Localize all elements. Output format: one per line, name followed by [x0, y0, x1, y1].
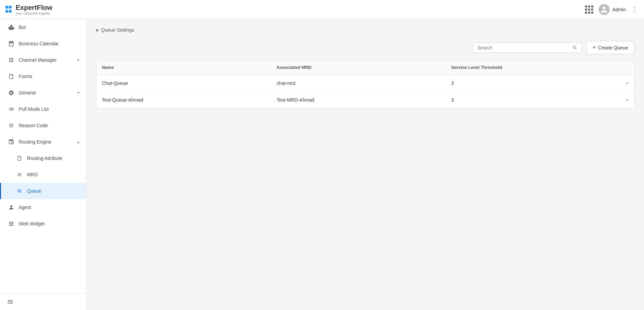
cell-name-0: Chat-Queue [96, 75, 271, 91]
create-queue-label: Create Queue [598, 45, 628, 50]
routing-attr-icon [16, 155, 23, 162]
avatar [599, 4, 610, 15]
bot-icon [8, 24, 15, 31]
routing-icon [8, 138, 15, 145]
sidebar-item-general[interactable]: General ▾ [0, 85, 86, 101]
sidebar-item-routing-attribute[interactable]: Routing Attribute [0, 150, 86, 166]
logo-icon [5, 6, 13, 13]
expand-row-0-button[interactable] [620, 80, 634, 86]
cell-mrd-1: Test-MRD-Ahmad [271, 92, 446, 108]
sidebar-item-queue[interactable]: Queue [0, 183, 86, 199]
sidebar-label-channel-manager: Channel Manager [19, 57, 73, 63]
table-row: Chat-Queue chat-mrd 3 [96, 75, 634, 92]
mrd-icon [16, 171, 23, 178]
header-right: Admin ⋮ [585, 4, 639, 15]
more-options-icon[interactable]: ⋮ [631, 5, 639, 14]
sidebar-item-mrd[interactable]: MRD [0, 166, 86, 183]
channel-icon [8, 57, 15, 63]
sidebar-label-forms: Forms [19, 74, 79, 79]
queue-icon [16, 188, 23, 194]
cell-mrd-0: chat-mrd [271, 75, 446, 91]
search-icon [572, 45, 578, 50]
cell-name-1: Test-Queue-Ahmad [96, 92, 271, 108]
reason-icon [8, 122, 15, 129]
calendar-icon [8, 40, 15, 47]
expand-row-1-button[interactable] [620, 97, 634, 103]
sidebar-item-reason-code[interactable]: Reason Code [0, 117, 86, 134]
logo-tagline: your callcenter experts [16, 12, 52, 15]
sidebar-label-mrd: MRD [27, 172, 79, 177]
cell-threshold-1: 3 [446, 92, 620, 108]
chevron-down-icon: ▾ [77, 90, 79, 95]
sidebar-label-web-widget: Web Widget [19, 221, 79, 226]
sidebar-item-forms[interactable]: Forms [0, 68, 86, 85]
sidebar-item-pull-mode-list[interactable]: Pull Mode List [0, 101, 86, 117]
sidebar-item-channel-manager[interactable]: Channel Manager ▾ [0, 52, 86, 68]
sidebar-label-routing-attribute: Routing Attribute [27, 156, 79, 161]
app-header: ExpertFlow your callcenter experts Admin… [0, 0, 644, 19]
user-menu[interactable]: Admin [599, 4, 626, 15]
table-row: Test-Queue-Ahmad Test-MRD-Ahmad 3 [96, 92, 634, 108]
sidebar-item-web-widget[interactable]: Web Widget [0, 216, 86, 232]
logo: ExpertFlow your callcenter experts [5, 4, 52, 15]
sidebar-label-agent: Agent [19, 205, 79, 210]
logo-brand: ExpertFlow [16, 4, 52, 12]
table-header: Name Associated MRD Service Level Thresh… [96, 60, 634, 75]
col-associated-mrd: Associated MRD [271, 60, 446, 75]
list-icon [8, 106, 15, 113]
logo-text: ExpertFlow your callcenter experts [16, 4, 52, 15]
apps-grid-icon[interactable] [585, 5, 593, 14]
search-input[interactable] [477, 45, 569, 50]
sidebar-bottom-menu[interactable] [0, 293, 86, 310]
col-service-level-threshold: Service Level Threshold [446, 60, 620, 75]
breadcrumb: ▶ Queue Settings [96, 27, 634, 33]
create-queue-button[interactable]: + Create Queue [586, 41, 634, 54]
sidebar-item-bot[interactable]: Bot [0, 19, 86, 35]
chevron-up-icon: ▴ [77, 139, 79, 144]
sidebar-label-business-calendar: Business Calendar [19, 41, 79, 46]
cell-threshold-0: 3 [446, 75, 620, 91]
agent-icon [8, 204, 15, 211]
chevron-down-icon: ▾ [77, 58, 79, 62]
sidebar: Bot Business Calendar Channel Manager ▾ … [0, 19, 87, 310]
sidebar-label-general: General [19, 90, 73, 95]
sidebar-item-routing-engine[interactable]: Routing Engine ▴ [0, 134, 86, 150]
search-box[interactable] [473, 43, 582, 53]
breadcrumb-arrow-icon: ▶ [96, 28, 99, 32]
plus-icon: + [593, 44, 596, 51]
sidebar-label-routing-engine: Routing Engine [19, 139, 73, 145]
web-widget-icon [8, 220, 15, 227]
forms-icon [8, 73, 15, 80]
breadcrumb-current: Queue Settings [101, 27, 134, 33]
sidebar-item-agent[interactable]: Agent [0, 199, 86, 216]
general-icon [8, 89, 15, 96]
admin-username: Admin [612, 7, 626, 12]
toolbar: + Create Queue [96, 41, 634, 54]
main-content: ▶ Queue Settings + Create Queue Name Ass… [87, 19, 644, 310]
col-expand [620, 60, 634, 75]
col-name: Name [96, 60, 271, 75]
queue-table: Name Associated MRD Service Level Thresh… [96, 60, 634, 108]
sidebar-label-bot: Bot [19, 25, 79, 30]
sidebar-item-business-calendar[interactable]: Business Calendar [0, 35, 86, 52]
sidebar-label-reason-code: Reason Code [19, 123, 79, 128]
sidebar-label-queue: Queue [27, 188, 79, 194]
sidebar-label-pull-mode-list: Pull Mode List [19, 106, 79, 112]
